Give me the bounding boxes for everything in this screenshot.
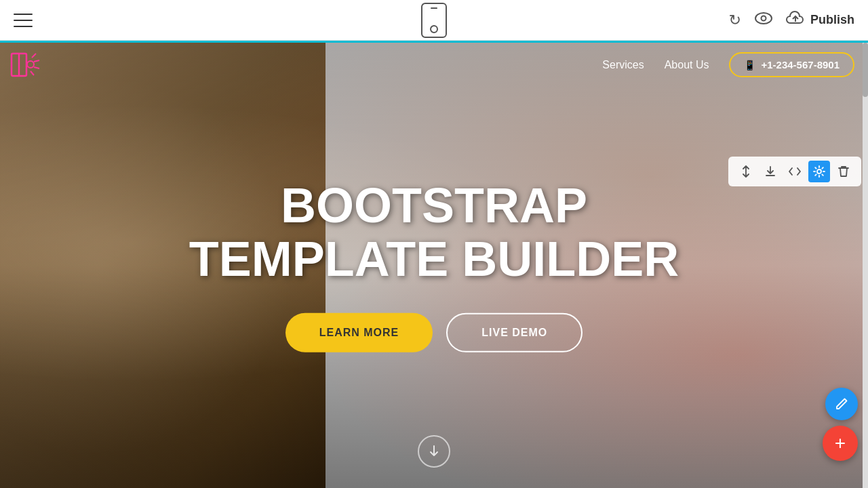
svg-line-5: [32, 54, 36, 58]
svg-line-7: [34, 67, 39, 68]
preview-button[interactable]: [755, 12, 772, 28]
site-logo[interactable]: [10, 49, 47, 80]
undo-button[interactable]: ↺: [729, 12, 741, 29]
nav-services[interactable]: Services: [602, 59, 644, 71]
svg-point-9: [27, 61, 34, 68]
svg-line-6: [34, 60, 39, 62]
fab-add-button[interactable]: +: [823, 426, 858, 461]
scroll-down-button[interactable]: [418, 435, 450, 468]
svg-point-10: [817, 169, 821, 174]
hero-content: BOOTSTRAP TEMPLATE BUILDER LEARN MORE LI…: [87, 178, 781, 352]
phone-button[interactable]: 📱 +1-234-567-8901: [729, 52, 854, 77]
cloud-icon: [786, 11, 805, 30]
phone-icon: 📱: [744, 60, 755, 70]
section-download-button[interactable]: [760, 161, 781, 182]
learn-more-button[interactable]: LEARN MORE: [285, 313, 433, 352]
canvas-area: Services About Us 📱 +1-234-567-8901: [0, 41, 868, 488]
section-delete-button[interactable]: [833, 161, 854, 182]
phone-number: +1-234-567-8901: [761, 59, 840, 70]
section-toolbar: [728, 157, 861, 186]
hero-buttons: LEARN MORE LIVE DEMO: [87, 313, 781, 352]
section-code-button[interactable]: [784, 161, 806, 182]
scrollbar[interactable]: [863, 43, 868, 488]
section-settings-button[interactable]: [808, 161, 830, 182]
canvas-navbar: Services About Us 📱 +1-234-567-8901: [0, 43, 868, 87]
publish-button[interactable]: Publish: [786, 11, 854, 30]
live-demo-button[interactable]: LIVE DEMO: [446, 313, 583, 352]
nav-links: Services About Us 📱 +1-234-567-8901: [602, 52, 854, 77]
toolbar-left: [14, 14, 33, 27]
hero-title-line1: BOOTSTRAP: [87, 178, 781, 232]
mobile-preview-button[interactable]: [421, 3, 447, 38]
svg-line-8: [31, 71, 34, 75]
hamburger-menu-button[interactable]: [14, 14, 33, 27]
toolbar-center: [421, 3, 447, 38]
publish-label: Publish: [810, 13, 854, 27]
svg-point-1: [761, 16, 766, 21]
section-move-button[interactable]: [735, 161, 757, 182]
toolbar-right: ↺ Publish: [729, 11, 854, 30]
hero-title: BOOTSTRAP TEMPLATE BUILDER: [87, 178, 781, 285]
nav-about-us[interactable]: About Us: [665, 59, 709, 71]
top-toolbar: ↺ Publish: [0, 0, 868, 41]
plus-icon: +: [835, 434, 846, 453]
hero-title-line2: TEMPLATE BUILDER: [87, 232, 781, 286]
fab-edit-button[interactable]: [825, 388, 858, 420]
svg-point-0: [755, 13, 772, 24]
